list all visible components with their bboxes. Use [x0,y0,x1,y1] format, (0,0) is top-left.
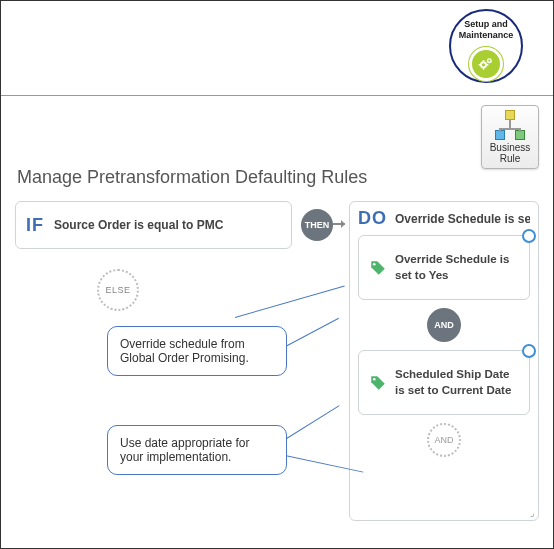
leader-line [285,405,340,440]
then-connector: THEN [301,209,333,241]
svg-point-9 [373,377,376,380]
business-rule-label2: Rule [500,153,521,164]
then-label: THEN [305,220,330,230]
and-dotted-label: AND [434,435,453,445]
do-summary: Override Schedule is set to Yes ar [395,212,530,226]
business-rule-label1: Business [490,142,531,153]
leader-line [235,286,345,318]
business-rule-button[interactable]: Business Rule [481,105,539,169]
svg-rect-7 [487,64,489,66]
and-label: AND [434,320,454,330]
selection-handle-icon[interactable] [522,344,536,358]
header: Setup and Maintenance [1,1,553,95]
action-2-text: Scheduled Ship Date is set to Current Da… [395,367,519,398]
action-box-2[interactable]: Scheduled Ship Date is set to Current Da… [358,350,530,415]
setup-label-line2: Maintenance [451,30,521,41]
diagram-canvas: Setup and Maintenance Business Rule Mana… [0,0,554,549]
and-placeholder[interactable]: AND [427,423,461,457]
do-keyword: DO [358,208,387,229]
business-rule-icon [495,110,525,140]
tag-icon [369,374,387,392]
setup-and-maintenance-badge[interactable]: Setup and Maintenance [449,9,523,83]
svg-point-8 [373,262,376,265]
if-condition-text: Source Order is equal to PMC [54,218,223,232]
resize-handle-icon[interactable]: ⌟ [530,508,534,518]
if-condition-block[interactable]: IF Source Order is equal to PMC [15,201,292,249]
tag-icon [369,259,387,277]
svg-rect-4 [483,60,485,62]
svg-rect-6 [479,64,481,66]
else-label: ELSE [105,285,130,295]
selection-handle-icon[interactable] [522,229,536,243]
svg-rect-5 [483,68,485,70]
and-connector: AND [427,308,461,342]
callout-override-schedule: Override schedule from Global Order Prom… [107,326,287,376]
action-1-text: Override Schedule is set to Yes [395,252,519,283]
do-header: DO Override Schedule is set to Yes ar [358,208,530,229]
callout-2-text: Use date appropriate for your implementa… [120,436,249,464]
divider [1,95,553,96]
svg-point-3 [488,60,490,62]
setup-label-line1: Setup and [451,19,521,30]
if-keyword: IF [26,215,44,236]
do-block: DO Override Schedule is set to Yes ar Ov… [349,201,539,521]
else-placeholder[interactable]: ELSE [97,269,139,311]
svg-point-1 [482,63,485,66]
action-box-1[interactable]: Override Schedule is set to Yes [358,235,530,300]
callout-1-text: Override schedule from Global Order Prom… [120,337,249,365]
page-title: Manage Pretransformation Defaulting Rule… [17,167,367,188]
callout-ship-date: Use date appropriate for your implementa… [107,425,287,475]
gears-icon [469,47,503,81]
arrow-icon [333,223,345,225]
